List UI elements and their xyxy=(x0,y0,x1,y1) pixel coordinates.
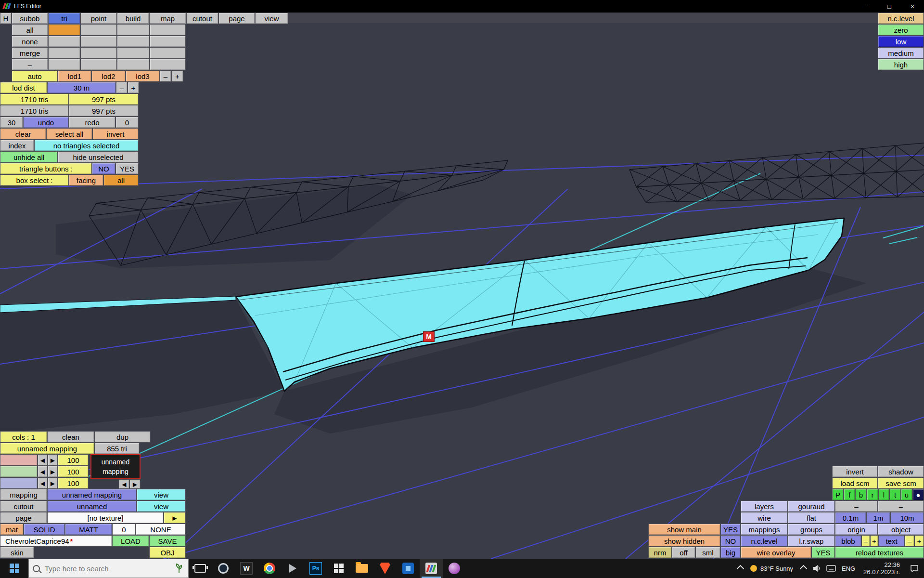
dup-button[interactable]: dup xyxy=(94,431,151,443)
select-all-button[interactable]: select all xyxy=(46,128,92,140)
clear-button[interactable]: clear xyxy=(0,128,46,140)
subob-grid-cell[interactable] xyxy=(117,24,150,36)
arrow-left-icon[interactable]: ◄ xyxy=(38,477,48,489)
text-button[interactable]: text xyxy=(878,535,905,547)
lod-plus-button[interactable]: + xyxy=(171,70,183,82)
triangle-buttons-no[interactable]: NO xyxy=(92,163,116,174)
skin-button[interactable]: skin xyxy=(0,547,34,558)
lod-minus-button[interactable]: – xyxy=(160,70,171,82)
wire-button[interactable]: wire xyxy=(741,512,788,524)
shadow-button[interactable]: shadow xyxy=(878,466,924,477)
menu-build[interactable]: build xyxy=(117,13,149,24)
flat-button[interactable]: flat xyxy=(788,512,835,524)
search-input[interactable] xyxy=(44,564,170,573)
mapping-row-label[interactable]: mapping xyxy=(0,489,47,500)
arrow-left-icon[interactable]: ◄ xyxy=(38,454,48,466)
weather-widget[interactable]: 83°F Sunny xyxy=(746,565,797,572)
taskbar-app-photos[interactable] xyxy=(443,559,466,578)
channel-swatch-green[interactable] xyxy=(0,466,38,477)
mappings-button[interactable]: mappings xyxy=(741,524,788,535)
maximize-button[interactable]: □ xyxy=(878,0,901,13)
unhide-all-button[interactable]: unhide all xyxy=(0,151,58,163)
subob-all[interactable]: all xyxy=(12,24,48,36)
cutout-row-value[interactable]: unnamed xyxy=(47,500,137,512)
mapping-marker[interactable]: M xyxy=(423,331,435,342)
subob-grid-cell[interactable] xyxy=(80,24,117,36)
menu-cutout[interactable]: cutout xyxy=(186,13,218,24)
arrow-left-icon[interactable]: ◄ xyxy=(38,466,48,477)
volume-button[interactable] xyxy=(809,559,824,578)
grid-1m-button[interactable]: 1m xyxy=(866,512,890,524)
subob-grid-cell[interactable] xyxy=(48,47,80,59)
grid-10m-button[interactable]: 10m xyxy=(890,512,924,524)
clock[interactable]: 22:36 26.07.2023 r. xyxy=(859,561,905,576)
minimize-button[interactable]: — xyxy=(855,0,878,13)
arrow-right-icon[interactable]: ► xyxy=(48,477,58,489)
text-plus-button[interactable]: + xyxy=(914,535,924,547)
nc-level-button[interactable]: n.c.level xyxy=(741,535,788,547)
lod-dist-plus-button[interactable]: + xyxy=(128,82,139,93)
taskbar-app-wikipedia[interactable]: W xyxy=(235,559,258,578)
object-button[interactable]: object xyxy=(878,524,924,535)
subob-grid-cell[interactable] xyxy=(48,24,80,36)
channel-swatch-red[interactable] xyxy=(0,454,38,466)
index-button[interactable]: index xyxy=(0,140,34,151)
arrow-right-icon[interactable]: ► xyxy=(48,466,58,477)
taskbar-app-photoshop[interactable]: Ps xyxy=(304,559,327,578)
start-button[interactable] xyxy=(0,559,28,578)
cols-label[interactable]: cols : 1 xyxy=(0,431,47,443)
gouraud-button[interactable]: gouraud xyxy=(788,500,835,512)
nrm-big-button[interactable]: big xyxy=(720,547,741,558)
menu-subob[interactable]: subob xyxy=(12,13,48,24)
dot-icon[interactable]: ● xyxy=(912,489,924,500)
redo-button[interactable]: redo xyxy=(69,117,116,128)
taskbar-search[interactable] xyxy=(28,559,189,578)
undo-button[interactable]: undo xyxy=(23,117,69,128)
proj-perspective-button[interactable]: P xyxy=(832,489,844,500)
subob-grid-cell[interactable] xyxy=(80,36,117,47)
proj-right-button[interactable]: r xyxy=(867,489,878,500)
menu-page[interactable]: page xyxy=(218,13,255,24)
nc-level-low[interactable]: low xyxy=(878,36,924,47)
lod2-button[interactable]: lod2 xyxy=(91,70,126,82)
show-main-label[interactable]: show main xyxy=(648,524,720,535)
tray-hidden-icons-button[interactable] xyxy=(797,559,809,578)
lod-dist-minus-button[interactable]: – xyxy=(116,82,128,93)
nrm-button[interactable]: nrm xyxy=(648,547,672,558)
proj-under-button[interactable]: u xyxy=(901,489,912,500)
mapping-row-value[interactable]: unnamed mapping xyxy=(47,489,137,500)
tray-expand-button[interactable] xyxy=(734,559,746,578)
taskbar-app-lfs-editor[interactable] xyxy=(420,559,443,578)
nrm-sml-button[interactable]: sml xyxy=(695,547,720,558)
page-texture-value[interactable]: [no texture] xyxy=(47,512,164,524)
hide-unselected-button[interactable]: hide unselected xyxy=(58,151,139,163)
blob-plus-button[interactable]: + xyxy=(870,535,878,547)
subob-grid-cell[interactable] xyxy=(150,59,186,70)
dash-button[interactable]: – xyxy=(878,500,924,512)
mat-matt-button[interactable]: MATT xyxy=(65,524,112,535)
invert-selection-button[interactable]: invert xyxy=(92,128,139,140)
wire-overlay-label[interactable]: wire overlay xyxy=(741,547,811,558)
touch-keyboard-button[interactable] xyxy=(824,559,838,578)
subob-grid-cell[interactable] xyxy=(117,47,150,59)
groups-button[interactable]: groups xyxy=(788,524,835,535)
grid-01m-button[interactable]: 0.1m xyxy=(835,512,866,524)
proj-back-button[interactable]: b xyxy=(855,489,867,500)
subob-grid-cell[interactable] xyxy=(117,36,150,47)
subob-merge[interactable]: merge xyxy=(12,47,48,59)
layers-button[interactable]: layers xyxy=(741,500,788,512)
nc-level-medium[interactable]: medium xyxy=(878,47,924,59)
wire-overlay-toggle[interactable]: YES xyxy=(811,547,835,558)
menu-point[interactable]: point xyxy=(80,13,117,24)
triangle-buttons-yes[interactable]: YES xyxy=(116,163,139,174)
proj-left-button[interactable]: l xyxy=(878,489,889,500)
subob-grid-cell[interactable] xyxy=(150,47,186,59)
subob-grid-cell[interactable] xyxy=(80,47,117,59)
invert-view-button[interactable]: invert xyxy=(832,466,878,477)
subob-none[interactable]: none xyxy=(12,36,48,47)
proj-front-button[interactable]: f xyxy=(844,489,855,500)
reload-textures-button[interactable]: reload textures xyxy=(835,547,924,558)
language-indicator[interactable]: ENG xyxy=(838,559,859,578)
action-center-button[interactable] xyxy=(905,559,924,578)
origin-button[interactable]: origin xyxy=(835,524,878,535)
